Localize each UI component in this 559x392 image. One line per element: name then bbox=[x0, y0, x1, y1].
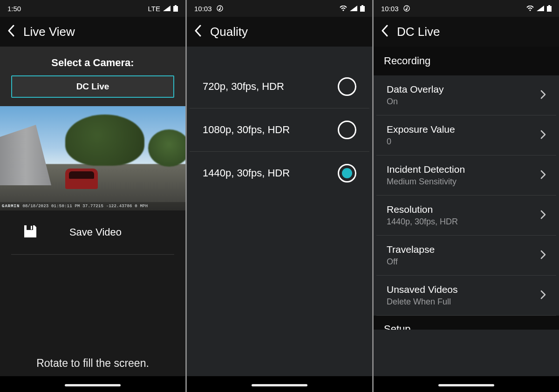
home-indicator[interactable] bbox=[252, 384, 307, 386]
music-note-icon bbox=[403, 5, 410, 12]
setting-name: Travelapse bbox=[387, 244, 435, 255]
radio-button[interactable] bbox=[338, 121, 356, 139]
quality-option-label: 1440p, 30fps, HDR bbox=[203, 167, 290, 179]
preview-brand: GARMIN bbox=[2, 204, 20, 209]
setting-row[interactable]: Resolution1440p, 30fps, HDR bbox=[376, 196, 556, 236]
setting-name: Incident Detection bbox=[387, 164, 465, 175]
preview-overlay-text: 08/18/2023 01:50:11 PM 37.77215 -122.437… bbox=[22, 204, 148, 209]
battery-icon bbox=[173, 5, 178, 12]
chevron-right-icon bbox=[540, 130, 546, 141]
status-time: 1:50 bbox=[7, 5, 21, 13]
svg-point-9 bbox=[404, 6, 409, 11]
camera-select-button[interactable]: DC Live bbox=[11, 75, 174, 98]
save-video-button[interactable]: Save Video bbox=[11, 210, 174, 255]
setting-value: Delete When Full bbox=[387, 297, 458, 307]
screen-quality: 10:03 Quality 720p, 30fps, HDR1080p, 30f… bbox=[187, 0, 372, 392]
header: DC Live bbox=[374, 17, 559, 47]
save-video-label: Save Video bbox=[28, 226, 163, 238]
setting-row[interactable]: Data OverlayOn bbox=[376, 75, 556, 115]
header: Live View bbox=[0, 17, 185, 47]
setting-value: Medium Sensitivity bbox=[387, 177, 465, 187]
setting-row[interactable]: Incident DetectionMedium Sensitivity bbox=[376, 155, 556, 196]
status-network-label: LTE bbox=[148, 5, 160, 13]
header: Quality bbox=[187, 17, 372, 47]
battery-icon bbox=[360, 5, 365, 12]
live-preview[interactable]: GARMIN 08/18/2023 01:50:11 PM 37.77215 -… bbox=[0, 106, 185, 210]
chevron-left-icon bbox=[194, 25, 202, 37]
quality-option[interactable]: 1080p, 30fps, HDR bbox=[190, 108, 369, 152]
status-bar: 10:03 bbox=[374, 0, 559, 17]
chevron-left-icon bbox=[381, 25, 389, 37]
status-bar: 10:03 bbox=[187, 0, 372, 17]
page-title: Live View bbox=[23, 25, 75, 39]
setting-name: Exposure Value bbox=[387, 124, 455, 135]
svg-rect-13 bbox=[547, 6, 552, 12]
section-header-setup: Setup bbox=[374, 316, 559, 330]
setting-name: Data Overlay bbox=[387, 84, 444, 95]
settings-list: Data OverlayOnExposure Value0Incident De… bbox=[374, 75, 559, 316]
chevron-right-icon bbox=[540, 170, 546, 181]
preview-overlay-strip: GARMIN 08/18/2023 01:50:11 PM 37.77215 -… bbox=[0, 202, 185, 210]
signal-icon bbox=[163, 6, 170, 11]
wifi-icon bbox=[340, 6, 347, 11]
setting-row[interactable]: Exposure Value0 bbox=[376, 115, 556, 155]
signal-icon bbox=[350, 6, 357, 11]
rotate-hint: Rotate to fill the screen. bbox=[0, 357, 185, 370]
page-title: Quality bbox=[210, 25, 248, 39]
signal-icon bbox=[537, 6, 544, 11]
page-title: DC Live bbox=[397, 25, 440, 39]
section-header-recording: Recording bbox=[374, 47, 559, 75]
back-button[interactable] bbox=[7, 25, 15, 39]
status-time: 10:03 bbox=[381, 5, 399, 13]
screen-live-view: 1:50 LTE Live View Select a Camera: DC L… bbox=[0, 0, 185, 392]
svg-rect-12 bbox=[548, 5, 550, 6]
status-bar: 1:50 LTE bbox=[0, 0, 185, 17]
svg-point-11 bbox=[529, 9, 531, 11]
svg-rect-1 bbox=[173, 6, 178, 12]
battery-icon bbox=[547, 5, 552, 12]
quality-option-label: 1080p, 30fps, HDR bbox=[203, 124, 290, 136]
svg-rect-7 bbox=[361, 5, 363, 6]
setting-row[interactable]: Unsaved VideosDelete When Full bbox=[376, 276, 556, 316]
setting-row[interactable]: TravelapseOff bbox=[376, 236, 556, 276]
camera-select-text: DC Live bbox=[76, 81, 109, 92]
home-indicator[interactable] bbox=[65, 384, 121, 386]
wifi-icon bbox=[526, 6, 534, 11]
setting-value: Off bbox=[387, 257, 435, 267]
chevron-right-icon bbox=[540, 290, 546, 301]
svg-point-10 bbox=[405, 9, 407, 11]
chevron-right-icon bbox=[540, 90, 546, 101]
setting-name: Resolution bbox=[387, 204, 458, 215]
back-button[interactable] bbox=[381, 25, 389, 39]
setting-value: 1440p, 30fps, HDR bbox=[387, 217, 458, 227]
svg-point-4 bbox=[217, 6, 223, 11]
setting-value: 0 bbox=[387, 137, 455, 147]
quality-options-list: 720p, 30fps, HDR1080p, 30fps, HDR1440p, … bbox=[187, 47, 372, 392]
svg-rect-8 bbox=[360, 6, 365, 12]
quality-option[interactable]: 720p, 30fps, HDR bbox=[190, 65, 369, 108]
quality-option-label: 720p, 30fps, HDR bbox=[203, 81, 284, 93]
setting-name: Unsaved Videos bbox=[387, 284, 458, 295]
chevron-left-icon bbox=[7, 25, 15, 37]
svg-rect-0 bbox=[175, 5, 177, 6]
svg-point-5 bbox=[218, 9, 220, 11]
camera-select-wrap: DC Live bbox=[0, 75, 185, 106]
music-note-icon bbox=[217, 5, 223, 12]
svg-point-6 bbox=[342, 9, 344, 11]
chevron-right-icon bbox=[540, 210, 546, 221]
radio-button[interactable] bbox=[338, 164, 356, 182]
screen-dc-live-settings: 10:03 DC Live Recording Data OverlayOnEx… bbox=[374, 0, 559, 392]
back-button[interactable] bbox=[194, 25, 202, 39]
setting-value: On bbox=[387, 97, 444, 107]
home-indicator[interactable] bbox=[438, 384, 494, 386]
quality-option[interactable]: 1440p, 30fps, HDR bbox=[190, 152, 369, 195]
radio-button[interactable] bbox=[338, 77, 356, 96]
status-time: 10:03 bbox=[194, 5, 212, 13]
select-camera-label: Select a Camera: bbox=[0, 47, 185, 75]
chevron-right-icon bbox=[540, 250, 546, 261]
